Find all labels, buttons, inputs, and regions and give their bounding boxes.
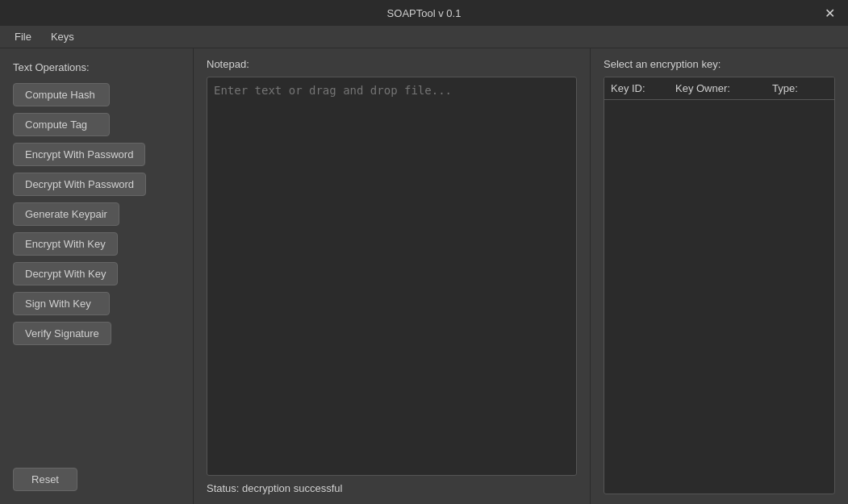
text-operations-label: Text Operations: [13, 61, 180, 73]
notepad-label: Notepad: [207, 58, 577, 70]
compute-tag-button[interactable]: Compute Tag [13, 113, 110, 136]
key-table-header: Key ID: Key Owner: Type: [604, 77, 834, 100]
left-panel: Text Operations: Compute Hash Compute Ta… [0, 48, 194, 504]
key-label: Select an encryption key: [604, 58, 835, 70]
verify-signature-button[interactable]: Verify Signature [13, 322, 111, 345]
notepad-textarea[interactable] [207, 77, 577, 476]
decrypt-with-key-button[interactable]: Decrypt With Key [13, 262, 118, 285]
key-table: Key ID: Key Owner: Type: [604, 77, 835, 494]
key-id-header: Key ID: [611, 82, 675, 94]
menu-bar: File Keys [0, 26, 848, 48]
reset-button[interactable]: Reset [13, 468, 77, 491]
title-bar: SOAPTool v 0.1 ✕ [0, 0, 848, 26]
center-panel: Notepad: Status: decryption successful [194, 48, 590, 504]
app-title: SOAPTool v 0.1 [387, 7, 462, 19]
close-button[interactable]: ✕ [811, 0, 848, 26]
encrypt-with-password-button[interactable]: Encrypt With Password [13, 143, 145, 166]
key-type-header: Type: [772, 82, 828, 94]
menu-file[interactable]: File [6, 27, 40, 46]
encrypt-with-key-button[interactable]: Encrypt With Key [13, 232, 118, 256]
compute-hash-button[interactable]: Compute Hash [13, 83, 110, 106]
decrypt-with-password-button[interactable]: Decrypt With Password [13, 173, 146, 196]
status-bar: Status: decryption successful [207, 482, 577, 494]
key-table-body [604, 100, 834, 106]
right-panel: Select an encryption key: Key ID: Key Ow… [590, 48, 848, 504]
menu-keys[interactable]: Keys [43, 27, 82, 46]
key-owner-header: Key Owner: [675, 82, 772, 94]
generate-keypair-button[interactable]: Generate Keypair [13, 202, 119, 226]
main-content: Text Operations: Compute Hash Compute Ta… [0, 48, 848, 504]
sign-with-key-button[interactable]: Sign With Key [13, 292, 110, 315]
